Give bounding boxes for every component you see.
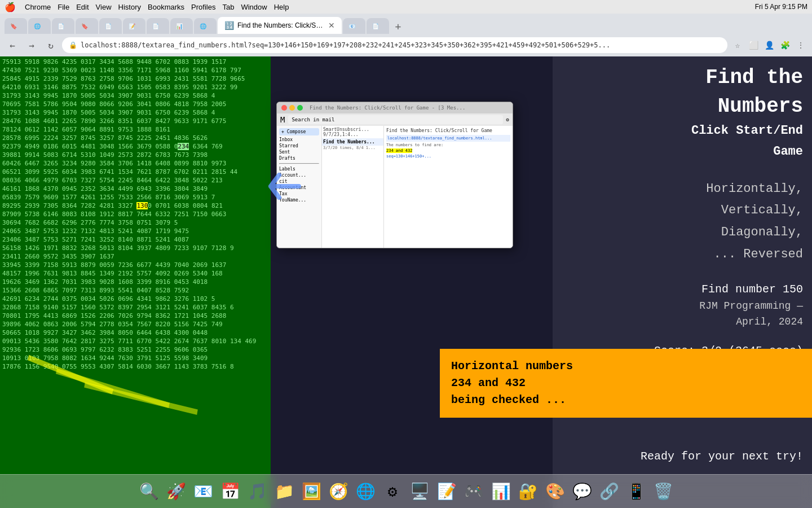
compose-button[interactable]: + Compose [279,128,319,135]
sent-link[interactable]: Sent [279,150,319,155]
starred-link[interactable]: Starred [279,143,319,148]
menu-file[interactable]: File [58,3,69,11]
dock-mail[interactable]: 📧 [191,479,215,504]
dock-app-8[interactable]: 🗑️ [651,479,676,504]
dock-app-1[interactable]: 🎮 [461,479,486,504]
tab-inactive-1[interactable]: 🔖 [5,18,27,34]
menu-help[interactable]: Help [274,3,289,11]
menu-chrome[interactable]: Chrome [25,3,51,11]
dock-app-5[interactable]: 💬 [570,479,594,504]
grid-row[interactable]: 47430 7521 9230 5369 0023 1148 3356 7171… [2,66,268,75]
grid-row[interactable]: 33945 3399 7158 5913 8879 0059 7236 6677… [2,261,268,269]
grid-row[interactable]: 87909 5738 6146 8083 8108 1912 8817 7644… [2,210,268,218]
grid-row[interactable]: 15366 2608 6865 7097 7313 8993 5541 0407… [2,286,268,295]
grid-row[interactable]: 06521 3099 5925 6034 3983 6741 1534 7621… [2,168,268,176]
grid-row[interactable]: 92936 1723 8606 0693 9797 6232 8383 5251… [2,345,268,354]
apple-menu[interactable]: 🍎 [5,2,16,12]
grid-row[interactable]: 23406 3487 5753 5271 7241 3252 8140 8871… [2,235,268,244]
email-more-link[interactable]: seq=130+146+150+... [386,154,431,159]
menu-bookmarks[interactable]: Bookmarks [148,3,184,11]
grid-row[interactable]: 30694 7682 6682 6296 2776 7774 3758 0751… [2,218,268,227]
dock-photos[interactable]: 🖼️ [299,479,324,504]
grid-row[interactable]: 75913 5918 9826 4235 0317 3434 5688 9448… [2,58,268,66]
dock-launchpad[interactable]: 🚀 [164,479,188,504]
email-sender-1[interactable]: SmartUnsubscri... 9/7/23,1:4... [322,126,383,138]
grid-row[interactable]: 42691 6234 2744 0375 0034 5026 0696 4341… [2,295,268,303]
bookmark-button[interactable]: ☆ [731,38,744,52]
tab-inactive-11[interactable]: 📄 [367,18,389,34]
active-tab[interactable]: 🔢 Find the Numbers: Click/Scroll for Gam… [218,17,342,34]
profile-button[interactable]: 👤 [762,38,776,52]
more-button[interactable]: ⋮ [794,38,807,52]
dock-app-7[interactable]: 📱 [624,479,648,504]
dock-calendar[interactable]: 📅 [218,479,242,504]
dock-files[interactable]: 📁 [272,479,297,504]
grid-row[interactable]: 70695 7581 5786 9504 9080 8066 9206 3041… [2,100,268,108]
back-button[interactable]: ← [5,37,20,53]
menu-history[interactable]: History [118,3,141,11]
dock-settings[interactable]: ⚙️ [380,479,405,504]
email-maximize-dot[interactable] [297,105,303,111]
email-close-dot[interactable] [281,105,287,111]
grid-row[interactable]: 31793 3143 9945 1870 5005 5034 3907 9031… [2,108,268,117]
grid-row[interactable]: 56158 1426 1971 8832 3268 5013 8104 3937… [2,244,268,252]
number-grid[interactable]: 75913 5918 9826 4235 0317 3434 5688 9448… [0,56,271,508]
email-search[interactable]: Search in mail [288,115,502,124]
menu-edit[interactable]: Edit [76,3,89,11]
grid-row[interactable]: 64210 6931 3146 8875 7532 6949 6563 1505… [2,83,268,91]
address-bar[interactable]: 🔒 localhost:8888/textarea_find_numbers.h… [62,37,727,53]
grid-row[interactable]: 39896 4062 0863 2006 5794 2778 0354 7567… [2,320,268,329]
tab-inactive-2[interactable]: 🌐 [28,18,51,34]
grid-row[interactable]: 28476 1088 4601 2265 7890 3266 8351 6037… [2,117,268,125]
email-minimize-dot[interactable] [289,105,295,111]
menu-profiles[interactable]: Profiles [191,3,215,11]
menu-tab[interactable]: Tab [222,3,234,11]
menu-view[interactable]: View [96,3,112,11]
new-tab-button[interactable]: + [390,18,406,34]
dock-app-4[interactable]: 🎨 [542,479,567,504]
grid-row[interactable]: 46161 1868 4370 0945 2352 3634 4499 6943… [2,185,268,193]
tab-inactive-7[interactable]: 📄 [147,18,169,34]
grid-row[interactable]: 25845 4915 2339 7529 8763 2758 9706 1031… [2,75,268,83]
forward-button[interactable]: → [24,37,39,53]
grid-row[interactable]: 28578 6995 2224 3257 8745 3257 8745 2225… [2,134,268,142]
grid-row[interactable]: 17876 1156 9540 0755 9553 4307 5814 6030… [2,362,268,371]
dock-music[interactable]: 🎵 [245,479,270,504]
grid-row[interactable]: 92379 4949 0186 6015 4481 3048 1566 3679… [2,142,268,151]
grid-row[interactable]: 89295 2939 7305 8364 7282 4281 3327 1300… [2,202,268,210]
dock-chrome[interactable]: 🌐 [353,479,378,504]
dock-terminal[interactable]: 🖥️ [407,479,432,504]
dock-app-2[interactable]: 📊 [488,479,513,504]
extensions-button[interactable]: 🧩 [778,38,792,52]
tab-inactive-6[interactable]: 📝 [123,18,145,34]
dock-safari[interactable]: 🧭 [326,479,351,504]
tab-inactive-5[interactable]: 📄 [99,18,122,34]
tab-inactive-3[interactable]: 📄 [52,18,74,34]
grid-row[interactable]: 19626 3469 1362 7031 3983 9028 1608 3399… [2,278,268,286]
email-settings[interactable]: ⚙ [506,117,509,122]
grid-row[interactable]: 70801 1795 4413 6869 1526 2206 7026 9794… [2,312,268,320]
dock-vscode[interactable]: 📝 [434,479,459,504]
drafts-link[interactable]: Drafts [279,156,319,161]
grid-row[interactable]: 05839 7579 9609 1577 4261 1255 7533 2566… [2,193,268,202]
screenshot-button[interactable]: ⬜ [747,38,760,52]
dock-app-3[interactable]: 🔐 [515,479,540,504]
grid-row[interactable]: 23411 2660 9572 3435 3907 1637 [2,252,268,261]
inbox-link[interactable]: Inbox [279,137,319,142]
email-link-1[interactable]: localhost:8888/textarea_find_numbers.htm… [386,135,510,142]
email-item-active[interactable]: Find the Numbers... [322,138,383,146]
tab-close-button[interactable]: ✕ [328,21,335,30]
menu-window[interactable]: Window [241,3,267,11]
grid-row[interactable]: 24065 3487 5753 1232 7132 4813 5241 4087… [2,227,268,235]
grid-row[interactable]: 31793 3143 9945 1870 5005 5034 3907 9031… [2,91,268,100]
dock-finder[interactable]: 🔍 [136,479,161,504]
grid-row[interactable]: 50665 1018 9927 3427 3462 3984 8050 6464… [2,329,268,337]
tab-inactive-10[interactable]: 📧 [343,18,365,34]
grid-row[interactable]: 39881 9914 5083 6714 5310 1049 2573 2872… [2,151,268,159]
grid-row[interactable]: 32868 7158 9140 5157 1560 5372 8397 2954… [2,303,268,312]
dock-app-6[interactable]: 🔗 [597,479,621,504]
tab-inactive-9[interactable]: 🌐 [194,18,217,34]
reload-button[interactable]: ↻ [43,37,59,53]
grid-row[interactable]: 48157 1996 7631 9813 8845 1349 2192 5757… [2,269,268,278]
grid-row[interactable]: 78124 0612 1142 6057 9064 8891 9753 1888… [2,125,268,134]
